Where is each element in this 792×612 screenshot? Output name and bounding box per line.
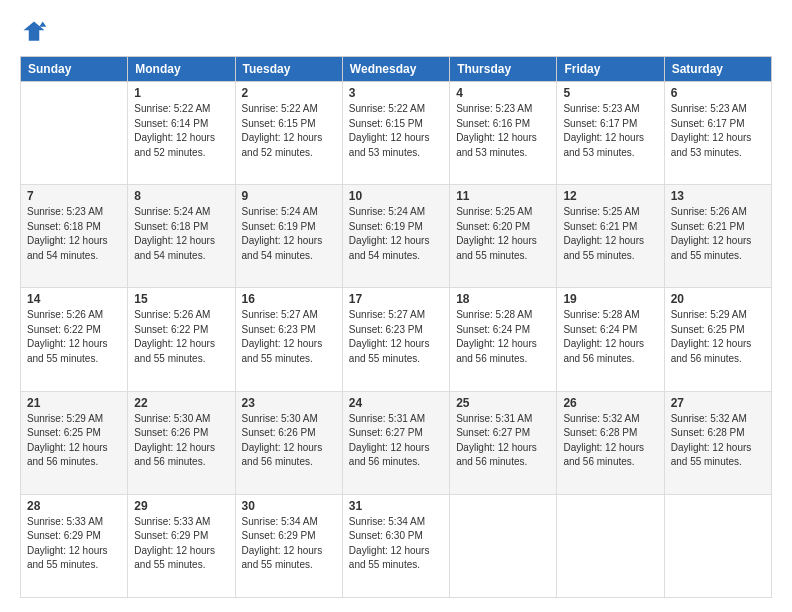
day-info: Sunrise: 5:28 AM Sunset: 6:24 PM Dayligh… <box>456 308 550 366</box>
calendar-cell: 5Sunrise: 5:23 AM Sunset: 6:17 PM Daylig… <box>557 82 664 185</box>
day-number: 3 <box>349 86 443 100</box>
day-info: Sunrise: 5:25 AM Sunset: 6:20 PM Dayligh… <box>456 205 550 263</box>
calendar-cell: 23Sunrise: 5:30 AM Sunset: 6:26 PM Dayli… <box>235 391 342 494</box>
calendar-cell: 10Sunrise: 5:24 AM Sunset: 6:19 PM Dayli… <box>342 185 449 288</box>
day-number: 13 <box>671 189 765 203</box>
calendar-cell: 19Sunrise: 5:28 AM Sunset: 6:24 PM Dayli… <box>557 288 664 391</box>
day-number: 29 <box>134 499 228 513</box>
day-info: Sunrise: 5:26 AM Sunset: 6:21 PM Dayligh… <box>671 205 765 263</box>
day-info: Sunrise: 5:22 AM Sunset: 6:15 PM Dayligh… <box>349 102 443 160</box>
day-info: Sunrise: 5:24 AM Sunset: 6:19 PM Dayligh… <box>242 205 336 263</box>
day-number: 30 <box>242 499 336 513</box>
calendar-cell: 25Sunrise: 5:31 AM Sunset: 6:27 PM Dayli… <box>450 391 557 494</box>
weekday-header-row: SundayMondayTuesdayWednesdayThursdayFrid… <box>21 57 772 82</box>
calendar-cell: 13Sunrise: 5:26 AM Sunset: 6:21 PM Dayli… <box>664 185 771 288</box>
calendar-cell: 15Sunrise: 5:26 AM Sunset: 6:22 PM Dayli… <box>128 288 235 391</box>
day-info: Sunrise: 5:25 AM Sunset: 6:21 PM Dayligh… <box>563 205 657 263</box>
logo <box>20 18 52 46</box>
calendar-cell: 29Sunrise: 5:33 AM Sunset: 6:29 PM Dayli… <box>128 494 235 597</box>
calendar-cell <box>450 494 557 597</box>
day-number: 10 <box>349 189 443 203</box>
day-info: Sunrise: 5:23 AM Sunset: 6:17 PM Dayligh… <box>563 102 657 160</box>
calendar-cell <box>557 494 664 597</box>
day-number: 25 <box>456 396 550 410</box>
day-number: 18 <box>456 292 550 306</box>
day-number: 17 <box>349 292 443 306</box>
calendar-cell <box>664 494 771 597</box>
calendar-table: SundayMondayTuesdayWednesdayThursdayFrid… <box>20 56 772 598</box>
calendar-cell: 18Sunrise: 5:28 AM Sunset: 6:24 PM Dayli… <box>450 288 557 391</box>
day-info: Sunrise: 5:24 AM Sunset: 6:18 PM Dayligh… <box>134 205 228 263</box>
day-number: 2 <box>242 86 336 100</box>
weekday-header-sunday: Sunday <box>21 57 128 82</box>
day-number: 23 <box>242 396 336 410</box>
day-info: Sunrise: 5:32 AM Sunset: 6:28 PM Dayligh… <box>671 412 765 470</box>
day-info: Sunrise: 5:28 AM Sunset: 6:24 PM Dayligh… <box>563 308 657 366</box>
day-number: 14 <box>27 292 121 306</box>
day-number: 8 <box>134 189 228 203</box>
calendar-cell: 31Sunrise: 5:34 AM Sunset: 6:30 PM Dayli… <box>342 494 449 597</box>
calendar-cell: 2Sunrise: 5:22 AM Sunset: 6:15 PM Daylig… <box>235 82 342 185</box>
day-number: 4 <box>456 86 550 100</box>
header <box>20 18 772 46</box>
weekday-header-tuesday: Tuesday <box>235 57 342 82</box>
day-info: Sunrise: 5:23 AM Sunset: 6:18 PM Dayligh… <box>27 205 121 263</box>
weekday-header-saturday: Saturday <box>664 57 771 82</box>
day-number: 9 <box>242 189 336 203</box>
day-info: Sunrise: 5:34 AM Sunset: 6:29 PM Dayligh… <box>242 515 336 573</box>
day-number: 27 <box>671 396 765 410</box>
day-info: Sunrise: 5:34 AM Sunset: 6:30 PM Dayligh… <box>349 515 443 573</box>
calendar-week-row: 1Sunrise: 5:22 AM Sunset: 6:14 PM Daylig… <box>21 82 772 185</box>
day-number: 31 <box>349 499 443 513</box>
weekday-header-monday: Monday <box>128 57 235 82</box>
day-info: Sunrise: 5:23 AM Sunset: 6:16 PM Dayligh… <box>456 102 550 160</box>
calendar-cell: 6Sunrise: 5:23 AM Sunset: 6:17 PM Daylig… <box>664 82 771 185</box>
calendar-cell: 4Sunrise: 5:23 AM Sunset: 6:16 PM Daylig… <box>450 82 557 185</box>
calendar-week-row: 28Sunrise: 5:33 AM Sunset: 6:29 PM Dayli… <box>21 494 772 597</box>
day-number: 5 <box>563 86 657 100</box>
day-number: 24 <box>349 396 443 410</box>
logo-icon <box>20 18 48 46</box>
day-info: Sunrise: 5:31 AM Sunset: 6:27 PM Dayligh… <box>349 412 443 470</box>
weekday-header-thursday: Thursday <box>450 57 557 82</box>
day-info: Sunrise: 5:30 AM Sunset: 6:26 PM Dayligh… <box>242 412 336 470</box>
day-number: 22 <box>134 396 228 410</box>
day-number: 16 <box>242 292 336 306</box>
calendar-cell: 3Sunrise: 5:22 AM Sunset: 6:15 PM Daylig… <box>342 82 449 185</box>
svg-marker-1 <box>39 22 46 27</box>
day-info: Sunrise: 5:22 AM Sunset: 6:15 PM Dayligh… <box>242 102 336 160</box>
calendar-cell: 16Sunrise: 5:27 AM Sunset: 6:23 PM Dayli… <box>235 288 342 391</box>
day-info: Sunrise: 5:32 AM Sunset: 6:28 PM Dayligh… <box>563 412 657 470</box>
day-info: Sunrise: 5:29 AM Sunset: 6:25 PM Dayligh… <box>671 308 765 366</box>
day-info: Sunrise: 5:27 AM Sunset: 6:23 PM Dayligh… <box>242 308 336 366</box>
calendar-cell: 20Sunrise: 5:29 AM Sunset: 6:25 PM Dayli… <box>664 288 771 391</box>
calendar-cell: 8Sunrise: 5:24 AM Sunset: 6:18 PM Daylig… <box>128 185 235 288</box>
day-number: 7 <box>27 189 121 203</box>
calendar-cell <box>21 82 128 185</box>
calendar-cell: 9Sunrise: 5:24 AM Sunset: 6:19 PM Daylig… <box>235 185 342 288</box>
calendar-cell: 1Sunrise: 5:22 AM Sunset: 6:14 PM Daylig… <box>128 82 235 185</box>
day-info: Sunrise: 5:31 AM Sunset: 6:27 PM Dayligh… <box>456 412 550 470</box>
calendar-cell: 17Sunrise: 5:27 AM Sunset: 6:23 PM Dayli… <box>342 288 449 391</box>
day-info: Sunrise: 5:26 AM Sunset: 6:22 PM Dayligh… <box>134 308 228 366</box>
day-number: 15 <box>134 292 228 306</box>
calendar-cell: 11Sunrise: 5:25 AM Sunset: 6:20 PM Dayli… <box>450 185 557 288</box>
calendar-cell: 22Sunrise: 5:30 AM Sunset: 6:26 PM Dayli… <box>128 391 235 494</box>
calendar-cell: 7Sunrise: 5:23 AM Sunset: 6:18 PM Daylig… <box>21 185 128 288</box>
calendar-week-row: 14Sunrise: 5:26 AM Sunset: 6:22 PM Dayli… <box>21 288 772 391</box>
day-number: 1 <box>134 86 228 100</box>
calendar-cell: 30Sunrise: 5:34 AM Sunset: 6:29 PM Dayli… <box>235 494 342 597</box>
calendar-cell: 26Sunrise: 5:32 AM Sunset: 6:28 PM Dayli… <box>557 391 664 494</box>
day-number: 11 <box>456 189 550 203</box>
calendar-cell: 24Sunrise: 5:31 AM Sunset: 6:27 PM Dayli… <box>342 391 449 494</box>
calendar-week-row: 7Sunrise: 5:23 AM Sunset: 6:18 PM Daylig… <box>21 185 772 288</box>
day-number: 19 <box>563 292 657 306</box>
day-info: Sunrise: 5:22 AM Sunset: 6:14 PM Dayligh… <box>134 102 228 160</box>
weekday-header-wednesday: Wednesday <box>342 57 449 82</box>
day-info: Sunrise: 5:33 AM Sunset: 6:29 PM Dayligh… <box>27 515 121 573</box>
day-info: Sunrise: 5:33 AM Sunset: 6:29 PM Dayligh… <box>134 515 228 573</box>
calendar-cell: 14Sunrise: 5:26 AM Sunset: 6:22 PM Dayli… <box>21 288 128 391</box>
calendar-cell: 28Sunrise: 5:33 AM Sunset: 6:29 PM Dayli… <box>21 494 128 597</box>
page: SundayMondayTuesdayWednesdayThursdayFrid… <box>0 0 792 612</box>
day-number: 28 <box>27 499 121 513</box>
